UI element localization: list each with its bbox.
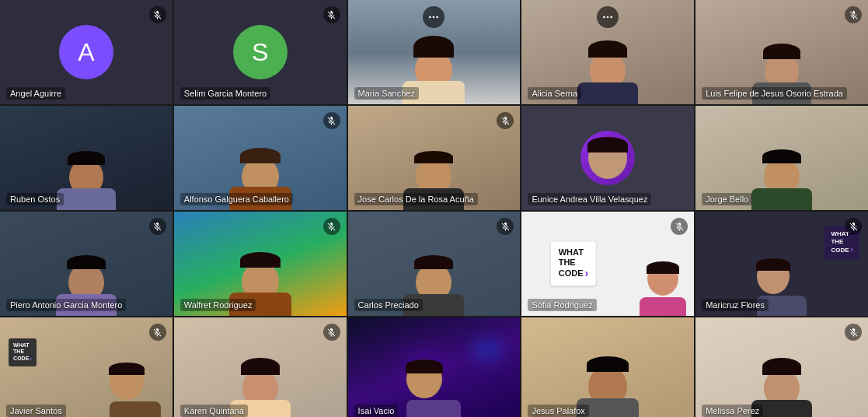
mic-muted-icon — [845, 218, 862, 235]
svg-point-0 — [429, 16, 431, 19]
mic-muted-icon — [149, 6, 166, 23]
participant-tile: A Angel Aguirre — [0, 0, 173, 104]
participant-tile: Luis Felipe de Jesus Osorio Estrada — [695, 0, 868, 104]
participant-tile: Ruben Ostos — [0, 106, 173, 210]
participant-name: Ruben Ostos — [6, 193, 64, 205]
participant-name: Selim Garcia Montero — [180, 87, 270, 100]
mic-muted-icon — [845, 324, 862, 341]
more-options-button[interactable] — [597, 6, 619, 28]
participant-tile: Eunice Andrea Villa Velasquez — [521, 106, 694, 210]
avatar: S — [233, 25, 288, 79]
mic-muted-icon — [845, 6, 862, 23]
participant-name: Karen Quintana — [180, 405, 248, 417]
participant-tile: Karen Quintana — [174, 317, 347, 417]
participant-name: Alfonso Galguera Caballero — [180, 193, 293, 205]
participant-name: Luis Felipe de Jesus Osorio Estrada — [702, 87, 847, 100]
participant-tile: WHAT THE CODE › Javier Santos — [0, 317, 173, 417]
participant-tile: Jorge Bello — [695, 106, 868, 210]
svg-point-4 — [607, 16, 609, 19]
participant-tile: Carlos Preciado — [348, 212, 521, 316]
participant-tile: WHAT THE CODE › Sofia Rodriguez — [521, 212, 694, 316]
svg-point-2 — [437, 16, 439, 19]
svg-point-3 — [603, 16, 605, 19]
mic-muted-icon — [323, 324, 340, 341]
participant-name: Jesus Palafox — [528, 405, 588, 417]
participant-tile: Alfonso Galguera Caballero — [174, 106, 347, 210]
participant-tile: Alicia Serna — [521, 0, 694, 104]
participant-name: Isai Vacio — [354, 405, 399, 417]
participant-name: Maricruz Flores — [702, 299, 769, 311]
participant-tile: Jose Carlos De la Rosa Acuña — [348, 106, 521, 210]
avatar: A — [59, 25, 113, 79]
participant-name: Jose Carlos De la Rosa Acuña — [354, 193, 478, 205]
participant-name: Piero Antonio Garcia Montero — [6, 299, 126, 311]
participant-name: Walfret Rodriguez — [180, 299, 256, 311]
participant-tile: Walfret Rodriguez — [174, 212, 347, 316]
participant-tile: Piero Antonio Garcia Montero — [0, 212, 173, 316]
participant-name: Sofia Rodriguez — [528, 299, 596, 311]
more-options-button[interactable] — [423, 6, 444, 28]
mic-muted-icon — [323, 112, 340, 129]
participant-tile: Isai Vacio — [348, 317, 521, 417]
participant-name: Angel Aguirre — [6, 87, 65, 100]
participant-tile: WHAT THE CODE › Maricruz Flores — [695, 212, 868, 316]
mic-muted-icon — [323, 218, 340, 235]
participant-tile: Melissa Perez — [695, 317, 868, 417]
participant-tile: Jesus Palafox — [521, 317, 694, 417]
svg-point-1 — [433, 16, 435, 19]
mic-muted-icon — [149, 218, 166, 235]
svg-point-5 — [611, 16, 613, 19]
participant-name: Melissa Perez — [702, 405, 763, 417]
participant-name: Javier Santos — [6, 405, 66, 417]
participant-tile: S Selim Garcia Montero — [174, 0, 347, 104]
participant-name: Eunice Andrea Villa Velasquez — [528, 193, 651, 205]
participant-tile: Maria Sanchez — [348, 0, 521, 104]
participant-name: Jorge Bello — [702, 193, 752, 205]
mic-muted-icon — [323, 6, 340, 23]
participant-name: Carlos Preciado — [354, 299, 423, 311]
participant-name: Alicia Serna — [528, 87, 581, 100]
mic-muted-icon — [149, 324, 166, 341]
video-grid: A Angel Aguirre S Selim Garcia Montero — [0, 0, 868, 417]
participant-name: Maria Sanchez — [354, 87, 419, 100]
